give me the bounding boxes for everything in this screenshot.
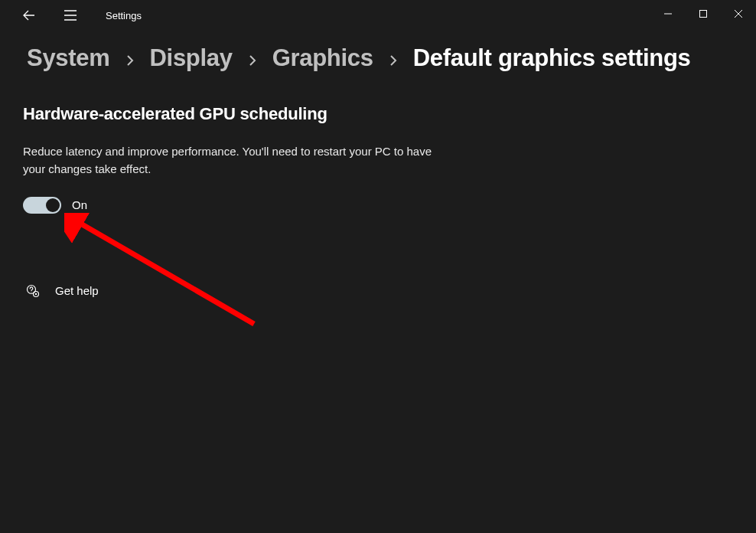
toggle-state-label: On: [72, 198, 87, 211]
svg-point-2: [31, 291, 32, 292]
close-icon: [735, 10, 742, 18]
content-area: Hardware-accelerated GPU scheduling Redu…: [0, 72, 756, 298]
back-arrow-icon: [23, 9, 35, 21]
section-title: Hardware-accelerated GPU scheduling: [23, 104, 756, 124]
maximize-icon: [699, 10, 707, 18]
help-icon: [26, 284, 40, 298]
chevron-right-icon: [124, 54, 136, 67]
titlebar: Settings: [0, 0, 756, 31]
hamburger-icon: [64, 10, 77, 21]
breadcrumb-graphics[interactable]: Graphics: [272, 44, 373, 72]
minimize-icon: [664, 10, 672, 18]
help-label: Get help: [55, 284, 99, 297]
chevron-right-icon: [246, 54, 259, 67]
get-help-link[interactable]: Get help: [23, 284, 756, 298]
toggle-knob: [46, 198, 60, 212]
breadcrumb-display[interactable]: Display: [150, 44, 233, 72]
app-title: Settings: [106, 10, 142, 21]
gpu-scheduling-toggle-row: On: [23, 197, 756, 214]
breadcrumb-system[interactable]: System: [27, 44, 110, 72]
breadcrumb: System Display Graphics Default graphics…: [0, 44, 756, 72]
maximize-button[interactable]: [686, 0, 721, 28]
gpu-scheduling-toggle[interactable]: [23, 197, 61, 214]
chevron-right-icon: [387, 54, 399, 67]
minimize-button[interactable]: [650, 0, 686, 28]
back-button[interactable]: [15, 2, 43, 29]
close-button[interactable]: [721, 0, 756, 28]
menu-button[interactable]: [57, 2, 84, 29]
section-description: Reduce latency and improve performance. …: [23, 142, 451, 178]
window-controls: [650, 0, 756, 28]
breadcrumb-current: Default graphics settings: [413, 44, 691, 72]
svg-rect-0: [700, 11, 707, 18]
